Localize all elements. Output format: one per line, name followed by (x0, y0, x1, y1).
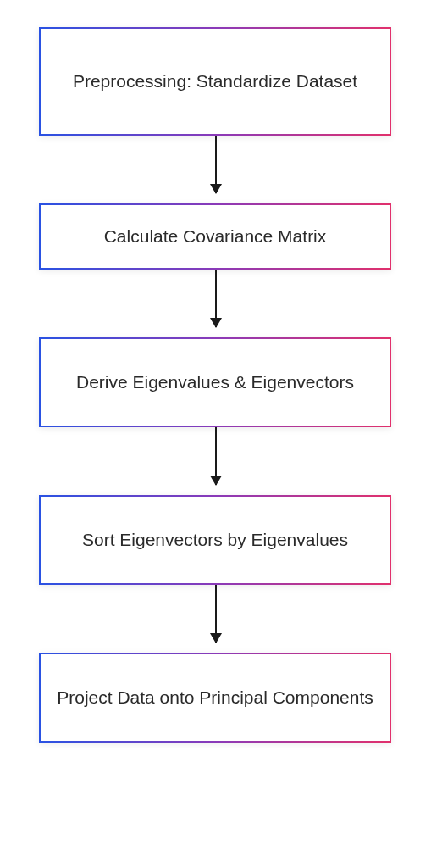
step-label: Project Data onto Principal Components (57, 685, 373, 709)
flowchart-container: Preprocessing: Standardize Dataset Calcu… (0, 0, 431, 868)
step-label: Calculate Covariance Matrix (104, 224, 327, 248)
step-box-eigenvalues: Derive Eigenvalues & Eigenvectors (39, 337, 391, 427)
step-label: Preprocessing: Standardize Dataset (73, 69, 357, 93)
step-label: Sort Eigenvectors by Eigenvalues (82, 527, 348, 552)
step-box-sort: Sort Eigenvectors by Eigenvalues (39, 495, 391, 585)
arrow-down-icon (215, 427, 217, 485)
step-box-project: Project Data onto Principal Components (39, 653, 391, 743)
step-label: Derive Eigenvalues & Eigenvectors (76, 370, 354, 394)
step-box-preprocessing: Preprocessing: Standardize Dataset (39, 27, 391, 136)
arrow-down-icon (215, 585, 217, 643)
arrow-down-icon (215, 136, 217, 193)
step-box-covariance: Calculate Covariance Matrix (39, 203, 391, 270)
arrow-down-icon (215, 270, 217, 327)
